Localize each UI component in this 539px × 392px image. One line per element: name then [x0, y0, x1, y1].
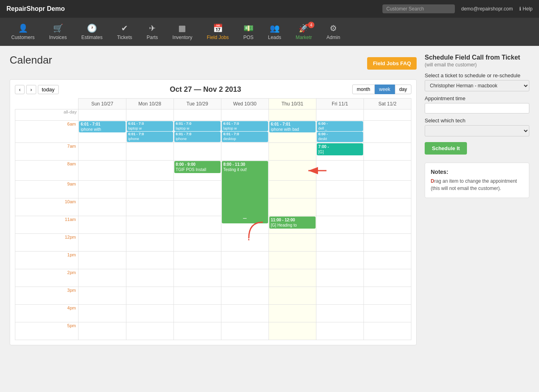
- header-wed: Wed 10/30: [221, 99, 268, 109]
- time-1pm: 1pm: [15, 251, 78, 269]
- month-view-button[interactable]: month: [352, 85, 374, 94]
- event-mon-6am-2[interactable]: 6:01 - 7:0 iphone: [127, 132, 173, 142]
- nav-leads[interactable]: 👥 Leads: [261, 18, 289, 46]
- event-wed-8am[interactable]: 8:00 - 11:30 Testing it out! –: [222, 161, 268, 223]
- event-fri-6am-1[interactable]: 6:00 - dell _: [317, 121, 363, 131]
- fieldjobs-icon: 📅: [213, 23, 223, 33]
- cell-sun-8am: [78, 160, 126, 180]
- cell-wed-7am: [221, 142, 268, 160]
- arrow-indicator-2: [245, 220, 265, 240]
- event-tue-6am-2[interactable]: 6:01 - 7:0 iphone: [174, 132, 221, 142]
- event-tue-8am[interactable]: 8:00 - 9:00 TGIF POS Install: [174, 161, 221, 173]
- customer-search-area: [382, 4, 455, 13]
- cell-tue-7am: [173, 142, 221, 160]
- right-panel: Schedule Field Call from Ticket (will em…: [425, 54, 529, 345]
- row-4pm: 4pm: [15, 304, 411, 322]
- help-link[interactable]: ℹ Help: [519, 6, 533, 12]
- ticket-select[interactable]: Christopher Herman - macbook: [425, 80, 529, 91]
- cell-sun-9am: [78, 180, 126, 198]
- nav-tickets[interactable]: ✔ Tickets: [110, 18, 140, 46]
- event-thu-6am[interactable]: 6:01 - 7:01 iphone with bad: [269, 121, 316, 132]
- cell-sat-4pm: [363, 304, 411, 322]
- header-mon: Mon 10/28: [126, 99, 173, 109]
- cell-mon-3pm: [126, 287, 173, 304]
- event-sun-6am[interactable]: 6:01 - 7:01 iphone with: [79, 121, 125, 132]
- cell-fri-11am: [316, 216, 363, 233]
- header-fri: Fri 11/1: [316, 99, 363, 109]
- calendar-header-row: Sun 10/27 Mon 10/28 Tue 10/29 Wed 10/30 …: [15, 99, 411, 109]
- cell-tue-9am: [173, 180, 221, 198]
- cell-tue-5pm: [173, 322, 221, 340]
- customer-search-input[interactable]: [382, 4, 455, 13]
- cell-tue-12pm: [173, 233, 221, 251]
- cell-fri-7am: 7:00 - [G]: [316, 142, 363, 160]
- nav-inventory[interactable]: ▦ Inventory: [165, 18, 199, 46]
- customers-icon: 👤: [18, 23, 28, 33]
- appt-time-label: Appointment time: [425, 95, 529, 101]
- cell-sat-10am: [363, 198, 411, 216]
- cell-fri-2pm: [316, 269, 363, 287]
- event-fri-6am-2[interactable]: 6:00 - deskt: [317, 132, 363, 142]
- event-wed-6am-1[interactable]: 6:01 - 7:0 laptop w: [222, 121, 268, 131]
- cell-sat-2pm: [363, 269, 411, 287]
- cell-tue-11am: [173, 216, 221, 233]
- next-button[interactable]: ›: [26, 85, 36, 94]
- calendar-title: Oct 27 — Nov 2 2013: [170, 85, 241, 94]
- cell-tue-4pm: [173, 304, 221, 322]
- cell-thu-9am: [268, 180, 316, 198]
- cell-sat-7am: [363, 142, 411, 160]
- nav-marketr[interactable]: 4 🚀 Marketr: [288, 18, 319, 46]
- cell-fri-8am: [316, 160, 363, 180]
- row-8am: 8am 8:00 - 9:00 TGIF POS Install: [15, 160, 411, 180]
- cell-tue-6am: 6:01 - 7:0 laptop w 6:01 - 7:0 iphone: [173, 121, 221, 143]
- row-7am: 7am 7:00 - [G]: [15, 142, 411, 160]
- cell-fri-12pm: [316, 233, 363, 251]
- cell-tue-1pm: [173, 251, 221, 269]
- cell-wed-3pm: [221, 287, 268, 304]
- cell-sat-8am: [363, 160, 411, 180]
- header-tue: Tue 10/29: [173, 99, 221, 109]
- event-wed-6am-2[interactable]: 6:01 - 7:0 desktop: [222, 132, 268, 142]
- time-10am: 10am: [15, 198, 78, 216]
- cell-thu-1pm: [268, 251, 316, 269]
- cell-wed-5pm: [221, 322, 268, 340]
- row-9am: 9am: [15, 180, 411, 198]
- appt-time-input[interactable]: [425, 103, 529, 113]
- tech-select[interactable]: [425, 125, 529, 136]
- nav-estimates[interactable]: 🕐 Estimates: [74, 18, 110, 46]
- nav-fieldjobs[interactable]: 📅 Field Jobs: [200, 18, 236, 46]
- cell-sun-7am: [78, 142, 126, 160]
- nav-invoices[interactable]: 🛒 Invoices: [42, 18, 74, 46]
- cell-sat-12pm: [363, 233, 411, 251]
- week-view-button[interactable]: week: [375, 85, 395, 94]
- nav-customers[interactable]: 👤 Customers: [4, 18, 42, 46]
- nav-pos[interactable]: 💵 POS: [236, 18, 260, 46]
- cell-sat-1pm: [363, 251, 411, 269]
- notes-title: Notes:: [431, 169, 523, 175]
- row-5pm: 5pm: [15, 322, 411, 340]
- cell-sat-11am: [363, 216, 411, 233]
- event-tue-6am-1[interactable]: 6:01 - 7:0 laptop w: [174, 121, 221, 131]
- header-sun: Sun 10/27: [78, 99, 126, 109]
- event-fri-7am[interactable]: 7:00 - [G]: [317, 143, 363, 155]
- nav-parts[interactable]: ✈ Parts: [139, 18, 165, 46]
- estimates-icon: 🕐: [87, 23, 97, 33]
- faq-button[interactable]: Field Jobs FAQ: [367, 57, 417, 70]
- today-button[interactable]: today: [38, 85, 59, 94]
- leads-icon: 👥: [270, 23, 280, 33]
- schedule-it-button[interactable]: Schedule It: [425, 142, 467, 155]
- allday-wed: [221, 109, 268, 121]
- event-thu-11am[interactable]: 11:00 - 12:00 [G] Heading to: [269, 217, 316, 229]
- row-6am: 6am 6:01 - 7:01 iphone with 6:01 - 7:0 l…: [15, 121, 411, 143]
- cell-sun-12pm: [78, 233, 126, 251]
- header-thu: Thu 10/31: [268, 99, 316, 109]
- cell-thu-2pm: [268, 269, 316, 287]
- event-mon-6am-1[interactable]: 6:01 - 7:0 laptop w: [127, 121, 173, 131]
- page-header-area: Calendar Field Jobs FAQ: [10, 54, 417, 73]
- calendar-nav: ‹ › today: [15, 85, 59, 94]
- prev-button[interactable]: ‹: [15, 85, 25, 94]
- time-9am: 9am: [15, 180, 78, 198]
- day-view-button[interactable]: day: [395, 85, 411, 94]
- nav-admin[interactable]: ⚙ Admin: [319, 18, 347, 46]
- time-4pm: 4pm: [15, 304, 78, 322]
